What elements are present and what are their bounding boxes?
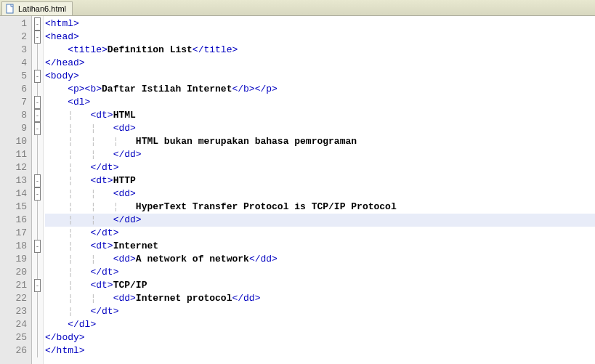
line-number: 12 (0, 161, 31, 174)
code-tag: <dd> (113, 254, 136, 264)
code-line[interactable]: ¦ </dt> (45, 305, 595, 318)
code-text: HyperText Transfer Protocol is TCP/IP Pr… (136, 201, 397, 212)
code-line[interactable]: ¦ ¦ </dd> (45, 148, 595, 161)
code-tag: <dt> (90, 110, 113, 121)
line-number: 26 (0, 344, 31, 357)
indent-guide: ¦ ¦ (45, 214, 113, 225)
fold-guide (32, 201, 43, 214)
fold-column: ---------- (32, 16, 44, 364)
code-text: Daftar Istilah Internet (102, 84, 232, 94)
code-area[interactable]: <html><head> <title>Definition List</tit… (44, 16, 595, 364)
indent-guide: ¦ (45, 175, 90, 186)
code-tag: <dd> (113, 123, 136, 134)
code-line[interactable]: ¦ </dt> (45, 161, 595, 174)
code-line[interactable]: <html> (45, 17, 595, 31)
code-tag: </dd> (249, 254, 278, 264)
fold-toggle-icon[interactable]: - (32, 122, 43, 135)
code-line[interactable]: ¦ ¦ <dd> (45, 122, 595, 135)
line-number: 20 (0, 266, 31, 279)
indent-guide: ¦ ¦ ¦ (45, 201, 136, 212)
tab-bar: Latihan6.html (0, 0, 595, 16)
code-line[interactable]: <dl> (45, 96, 595, 109)
indent-guide: ¦ (45, 306, 90, 317)
indent-guide: ¦ ¦ (45, 293, 113, 304)
code-tag: </dd> (232, 293, 260, 304)
code-tag: </dl> (68, 319, 96, 330)
code-line[interactable]: ¦ <dt>HTTP (45, 174, 595, 187)
code-text: Definition List (108, 44, 193, 55)
indent-guide: ¦ (45, 110, 90, 121)
file-tab[interactable]: Latihan6.html (1, 1, 73, 15)
code-line[interactable]: ¦ </dt> (45, 227, 595, 240)
code-line[interactable]: <p><b>Daftar Istilah Internet</b></p> (45, 83, 595, 96)
line-number: 4 (0, 57, 31, 70)
indent-guide: ¦ ¦ (45, 123, 113, 134)
svg-rect-0 (7, 4, 13, 13)
fold-guide (32, 344, 43, 357)
code-line[interactable]: </dl> (45, 318, 595, 331)
line-number: 9 (0, 122, 31, 135)
fold-toggle-icon[interactable]: - (32, 17, 43, 31)
file-icon (5, 4, 15, 14)
code-tag: </head> (45, 57, 85, 68)
line-number: 18 (0, 240, 31, 253)
fold-toggle-icon[interactable]: - (32, 279, 43, 292)
code-line[interactable]: ¦ ¦ <dd> (45, 187, 595, 201)
line-number: 3 (0, 44, 31, 57)
code-tag: <dd> (113, 188, 136, 199)
indent-guide: ¦ (45, 267, 90, 278)
code-line[interactable]: <title>Definition List</title> (45, 44, 595, 57)
code-text: TCP/IP (113, 280, 147, 291)
code-tag: </dt> (90, 267, 118, 278)
code-tag: <head> (45, 31, 79, 42)
indent-guide: ¦ (45, 227, 90, 238)
code-line[interactable]: ¦ <dt>Internet (45, 240, 595, 253)
fold-guide (32, 305, 43, 318)
line-number: 14 (0, 187, 31, 201)
fold-guide (32, 148, 43, 161)
fold-toggle-icon[interactable]: - (32, 31, 43, 44)
code-line[interactable]: ¦ ¦ ¦ HTML bukan merupakan bahasa pemrog… (45, 135, 595, 148)
fold-toggle-icon[interactable]: - (32, 174, 43, 187)
line-number: 11 (0, 148, 31, 161)
code-line[interactable]: </body> (45, 331, 595, 344)
line-number-gutter: 1234567891011121314151617181920212223242… (0, 16, 32, 364)
code-line[interactable]: </head> (45, 57, 595, 70)
code-line[interactable]: ¦ <dt>HTML (45, 109, 595, 122)
line-number: 7 (0, 96, 31, 109)
fold-guide (32, 135, 43, 148)
code-tag: <p><b> (68, 84, 102, 94)
line-number: 13 (0, 174, 31, 187)
fold-toggle-icon[interactable]: - (32, 240, 43, 253)
code-line[interactable]: ¦ ¦ </dd> (45, 214, 595, 227)
indent-guide: ¦ ¦ (45, 254, 113, 264)
fold-guide (32, 227, 43, 240)
indent-guide: ¦ (45, 280, 90, 291)
fold-toggle-icon[interactable]: - (32, 70, 43, 83)
code-editor[interactable]: 1234567891011121314151617181920212223242… (0, 16, 595, 364)
code-line[interactable]: ¦ <dt>TCP/IP (45, 279, 595, 292)
code-line[interactable]: <body> (45, 70, 595, 83)
indent-guide: ¦ ¦ (45, 149, 113, 160)
fold-toggle-icon[interactable]: - (32, 109, 43, 122)
code-line[interactable]: ¦ </dt> (45, 266, 595, 279)
fold-guide (32, 292, 43, 305)
code-line[interactable]: </html> (45, 344, 595, 357)
code-tag: <title> (68, 44, 108, 55)
code-text: A network of network (136, 254, 249, 264)
fold-toggle-icon[interactable]: - (32, 187, 43, 201)
code-tag: </title> (193, 44, 238, 55)
code-tag: </html> (45, 345, 85, 356)
code-line[interactable]: ¦ ¦ <dd>A network of network</dd> (45, 253, 595, 266)
code-line[interactable]: <head> (45, 31, 595, 44)
indent-guide: ¦ (45, 162, 90, 173)
code-tag: </dt> (90, 162, 118, 173)
fold-toggle-icon[interactable]: - (32, 96, 43, 109)
code-line[interactable]: ¦ ¦ ¦ HyperText Transfer Protocol is TCP… (45, 201, 595, 214)
fold-guide (32, 318, 43, 331)
code-text: HTTP (113, 175, 136, 186)
code-line[interactable]: ¦ ¦ <dd>Internet protocol</dd> (45, 292, 595, 305)
fold-guide (32, 161, 43, 174)
code-tag: <body> (45, 70, 79, 81)
code-tag: </dt> (90, 306, 118, 317)
